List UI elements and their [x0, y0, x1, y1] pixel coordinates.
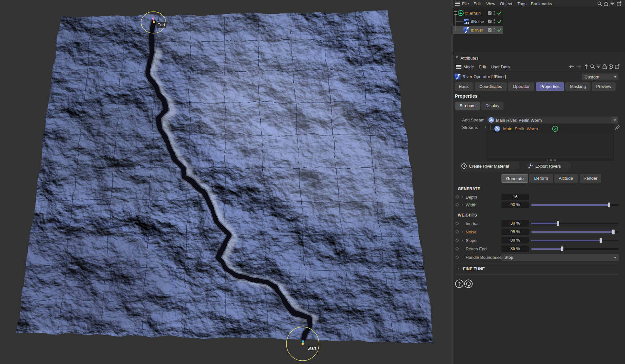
param-diamond[interactable]: [455, 255, 459, 259]
search-icon[interactable]: [597, 1, 602, 6]
application-window: End Start FileEditViewObjectTagsBookmark…: [0, 0, 625, 364]
visibility-dots-icon[interactable]: [493, 27, 496, 33]
start-marker-dot[interactable]: [302, 341, 304, 343]
object-label-tfriver: tfRiver: [471, 28, 483, 33]
param-diamond[interactable]: [455, 230, 459, 233]
menu-edit[interactable]: Edit: [473, 1, 481, 6]
mode-button-altitude[interactable]: Altitude: [554, 174, 578, 183]
tab-preview[interactable]: Preview: [592, 82, 616, 91]
param-diamond[interactable]: [455, 247, 459, 250]
pencil-icon[interactable]: [615, 125, 620, 130]
slider-handle[interactable]: [561, 246, 563, 251]
enabled-check-icon[interactable]: [497, 19, 502, 24]
up-arrow-icon[interactable]: [584, 64, 589, 69]
home-icon[interactable]: [603, 1, 608, 6]
slider-handle[interactable]: [557, 221, 559, 226]
enabled-check-icon[interactable]: [497, 11, 502, 15]
param-slider-width[interactable]: [531, 204, 619, 206]
reset-icon[interactable]: [464, 279, 473, 288]
subtab-streams[interactable]: Streams: [455, 102, 480, 110]
visibility-dots-icon[interactable]: [493, 19, 496, 24]
streams-list[interactable]: Main: Perlin Worm: [487, 124, 614, 159]
track-icon[interactable]: [608, 64, 613, 69]
mode-button-render[interactable]: Render: [580, 174, 601, 183]
back-arrow-icon[interactable]: [569, 64, 574, 69]
slider-handle[interactable]: [608, 203, 610, 207]
param-expand-chevron[interactable]: ›: [462, 230, 463, 233]
attr-menu-edit[interactable]: Edit: [479, 64, 486, 69]
fine-tune-chevron[interactable]: ›: [458, 266, 459, 270]
slider-handle[interactable]: [600, 238, 602, 243]
param-slider-slope[interactable]: [531, 240, 619, 241]
new-window-icon[interactable]: [617, 1, 622, 6]
param-diamond[interactable]: [455, 238, 459, 242]
param-label: Depth: [466, 195, 477, 200]
mode-button-generate[interactable]: Generate: [501, 174, 528, 183]
param-slider-inertia[interactable]: [531, 223, 619, 224]
close-icon[interactable]: ✕: [455, 55, 458, 60]
param-slider-reach-end[interactable]: [531, 248, 619, 250]
menu-object[interactable]: Object: [500, 1, 512, 6]
tab-properties[interactable]: Properties: [536, 82, 564, 91]
tab-masking[interactable]: Masking: [565, 82, 590, 91]
visibility-dots-icon[interactable]: [493, 10, 496, 16]
param-slider-noise[interactable]: [531, 231, 619, 233]
enabled-check-icon[interactable]: [497, 28, 502, 32]
3d-viewport[interactable]: [0, 0, 453, 364]
stream-list-item[interactable]: Main: Perlin Worm: [487, 125, 613, 133]
param-expand-chevron[interactable]: ›: [462, 238, 463, 242]
create-river-material-button[interactable]: Create River Material: [459, 162, 521, 170]
tab-basic[interactable]: Basic: [455, 82, 473, 91]
search-icon[interactable]: [590, 64, 595, 69]
object-manager: tfTerraintfNoisetfRiver: [453, 8, 625, 54]
param-value-slope[interactable]: 80 %: [501, 237, 529, 244]
weights-header: WEIGHTS: [458, 213, 477, 217]
lock-icon[interactable]: [603, 64, 607, 69]
attr-menu-user-data[interactable]: User Data: [491, 64, 510, 69]
filter-icon[interactable]: [610, 2, 615, 6]
help-icon[interactable]: ?: [455, 279, 464, 288]
edit-toggle-icon[interactable]: [488, 28, 492, 32]
menu-tags[interactable]: Tags: [517, 1, 526, 6]
param-diamond[interactable]: [455, 203, 459, 206]
param-expand-chevron[interactable]: ›: [462, 203, 463, 206]
list-resize-grip[interactable]: [487, 159, 614, 161]
streams-expand-chevron[interactable]: ›: [485, 125, 486, 129]
hamburger-menu-icon[interactable]: [455, 2, 460, 6]
hamburger-menu-icon[interactable]: [456, 65, 461, 69]
param-value-width[interactable]: 90 %: [501, 202, 529, 208]
menu-bookmarks[interactable]: Bookmarks: [531, 1, 552, 6]
param-diamond[interactable]: [455, 221, 459, 225]
object-label-tfterrain: tfTerrain: [465, 11, 481, 16]
new-window-icon[interactable]: [615, 64, 620, 69]
filter-icon[interactable]: [596, 64, 601, 68]
tab-coordinates[interactable]: Coordinates: [475, 82, 507, 91]
enabled-check-icon[interactable]: [552, 126, 558, 132]
subtab-display[interactable]: Display: [481, 102, 503, 110]
end-marker-dot[interactable]: [152, 18, 154, 20]
mode-button-deform[interactable]: Deform: [529, 174, 553, 183]
add-stream-dropdown[interactable]: Main River: Perlin Worm: [487, 116, 618, 124]
param-dropdown-handle-boundaries[interactable]: Stop: [501, 254, 619, 261]
start-anchor-dot[interactable]: [302, 343, 304, 345]
param-value-noise[interactable]: 95 %: [501, 229, 529, 235]
param-value-reach-end[interactable]: 35 %: [501, 245, 529, 252]
param-value-depth[interactable]: 16: [501, 194, 529, 200]
param-label: Reach End: [466, 246, 487, 251]
end-anchor-dot[interactable]: [153, 21, 155, 23]
export-rivers-button[interactable]: Export Rivers: [525, 162, 572, 170]
tab-operator[interactable]: Operator: [508, 82, 534, 91]
edit-toggle-icon[interactable]: [488, 20, 492, 23]
menu-file[interactable]: File: [462, 1, 469, 6]
attr-menu-mode[interactable]: Mode: [463, 64, 474, 69]
attributes-menubar: ModeEditUser Data: [453, 62, 625, 72]
param-expand-chevron[interactable]: ›: [462, 195, 463, 199]
param-row-handle-boundaries: Handle BoundariesStop: [453, 254, 625, 261]
forward-arrow-icon[interactable]: [576, 64, 581, 69]
param-diamond[interactable]: [455, 195, 459, 199]
slider-handle[interactable]: [612, 230, 615, 234]
param-value-inertia[interactable]: 30 %: [501, 220, 529, 227]
edit-toggle-icon[interactable]: [488, 11, 492, 15]
menu-view[interactable]: View: [486, 1, 495, 6]
preset-dropdown[interactable]: Custom: [582, 74, 618, 80]
